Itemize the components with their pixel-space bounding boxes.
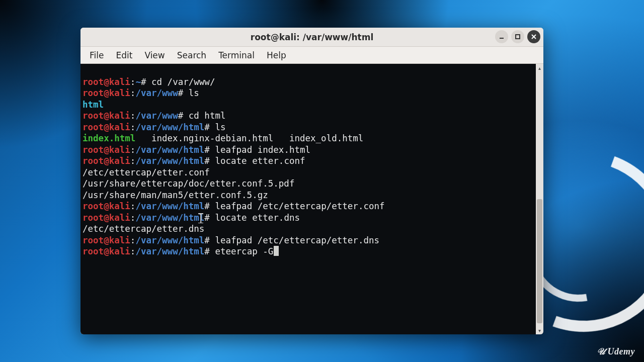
prompt-userhost: root@kali [83,111,130,121]
prompt-userhost: root@kali [83,145,130,155]
terminal-scrollbar[interactable]: ▴ ▾ [536,64,543,334]
prompt-sep: : [130,88,136,98]
menu-edit[interactable]: Edit [112,48,136,62]
window-titlebar[interactable]: root@kali: /var/www/html [80,28,543,47]
prompt-userhost: root@kali [83,122,130,132]
output-line: /etc/ettercap/etter.dns [83,224,204,234]
prompt-hash: # [204,213,215,223]
output-line: /usr/share/ettercap/doc/etter.conf.5.pdf [83,178,294,189]
menu-view[interactable]: View [140,48,169,62]
terminal-window: root@kali: /var/www/html File Edit View … [80,28,543,334]
prompt-path: /var/www/html [135,246,204,256]
cmd-text: ls [215,122,225,132]
prompt-path: /var/www/html [135,235,204,245]
prompt-sep: : [130,111,136,121]
prompt-hash: # [178,88,189,98]
prompt-hash: # [204,156,215,166]
prompt-userhost: root@kali [83,88,130,98]
terminal-cursor [274,246,279,256]
prompt-path: /var/www/html [135,213,204,223]
prompt-userhost: root@kali [83,246,130,256]
prompt-hash: # [178,111,189,121]
prompt-userhost: root@kali [83,213,130,223]
prompt-path: /var/www/html [135,145,204,155]
ls-output-dir: html [83,100,104,110]
cmd-text: locate etter.conf [215,156,305,166]
prompt-userhost: root@kali [83,77,130,87]
udemy-watermark: 𝒰 Udemy [597,346,635,357]
prompt-path: ~ [135,77,141,87]
ls-output-file [135,133,151,143]
terminal-output[interactable]: root@kali:~# cd /var/www/ root@kali:/var… [80,64,536,334]
cmd-text: leafpad /etc/ettercap/etter.dns [215,235,379,245]
prompt-hash: # [204,246,215,256]
terminal-body-wrap: root@kali:~# cd /var/www/ root@kali:/var… [80,64,543,334]
prompt-path: /var/www/html [135,156,204,166]
menu-help[interactable]: Help [263,48,290,62]
menu-file[interactable]: File [86,48,108,62]
menubar: File Edit View Search Terminal Help [80,47,543,64]
svg-rect-1 [516,35,520,39]
scroll-thumb[interactable] [537,199,542,323]
prompt-hash: # [204,235,215,245]
cmd-text: eteercap -G [215,246,273,256]
prompt-userhost: root@kali [83,201,130,211]
maximize-button[interactable] [511,30,524,43]
cmd-text: cd /var/www/ [151,77,215,87]
cmd-text: leafpad index.html [215,145,310,155]
prompt-hash: # [204,145,215,155]
cmd-text: ls [189,88,199,98]
ls-output-file: index.html [83,133,135,143]
cmd-text: locate etter.dns [215,213,300,223]
menu-terminal[interactable]: Terminal [214,48,259,62]
ls-output-file: index_old.html [289,133,364,143]
prompt-hash: # [204,122,215,132]
prompt-sep: : [130,246,136,256]
prompt-sep: : [130,145,136,155]
close-button[interactable] [527,30,540,43]
cmd-text: cd html [189,111,226,121]
ls-output-file: index.nginx-debian.html [151,133,273,143]
close-icon [530,33,537,40]
prompt-sep: : [130,122,136,132]
scroll-up-icon[interactable]: ▴ [536,64,543,72]
prompt-hash: # [204,201,215,211]
prompt-sep: : [130,213,136,223]
prompt-userhost: root@kali [83,235,130,245]
menu-search[interactable]: Search [173,48,210,62]
window-title: root@kali: /var/www/html [80,32,543,42]
window-controls [495,30,540,43]
prompt-sep: : [130,201,136,211]
udemy-watermark-text: Udemy [608,346,635,356]
output-line: /usr/share/man/man5/etter.conf.5.gz [83,190,268,200]
minimize-button[interactable] [495,30,508,43]
prompt-path: /var/www/html [135,201,204,211]
prompt-sep: : [130,156,136,166]
minimize-icon [498,33,505,40]
cmd-text: leafpad /etc/ettercap/etter.conf [215,201,384,211]
prompt-path: /var/www [135,111,178,121]
prompt-path: /var/www [135,88,178,98]
prompt-sep: : [130,235,136,245]
output-line: /etc/ettercap/etter.conf [83,167,210,177]
prompt-userhost: root@kali [83,156,130,166]
prompt-path: /var/www/html [135,122,204,132]
maximize-icon [514,33,521,40]
ls-output-file [273,133,289,143]
prompt-hash: # [141,77,151,87]
prompt-sep: : [130,77,136,87]
scroll-down-icon[interactable]: ▾ [536,326,543,334]
